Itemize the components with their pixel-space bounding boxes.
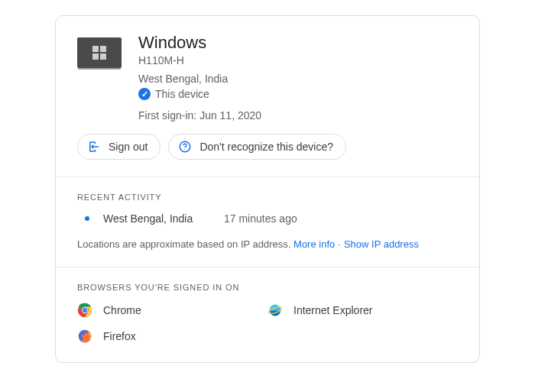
svg-point-8 [83, 308, 88, 313]
sign-out-button[interactable]: Sign out [77, 134, 160, 160]
not-recognize-button[interactable]: Don't recognize this device? [168, 134, 346, 160]
recent-activity-heading: Recent activity [77, 193, 458, 202]
svg-rect-1 [100, 46, 106, 52]
windows-device-icon [77, 37, 122, 68]
sign-out-label: Sign out [109, 141, 148, 153]
this-device-label: This device [155, 88, 209, 100]
firefox-icon [77, 329, 92, 344]
device-title: Windows [138, 33, 458, 53]
device-info: Windows H110M-H West Bengal, India This … [138, 33, 458, 121]
divider [56, 267, 479, 267]
sign-out-icon [87, 140, 101, 154]
not-recognize-label: Don't recognize this device? [199, 141, 333, 153]
show-ip-link[interactable]: Show IP address [344, 238, 419, 250]
first-signin-label: First sign-in: [138, 109, 196, 121]
first-signin: First sign-in: Jun 11, 2020 [138, 109, 458, 121]
browser-item: Chrome [77, 303, 268, 318]
device-model: H110M-H [138, 54, 458, 66]
browser-name: Firefox [103, 330, 136, 342]
divider [56, 177, 479, 177]
ie-icon [268, 303, 283, 318]
more-info-link[interactable]: More info [293, 238, 335, 250]
chrome-icon [77, 303, 92, 318]
browser-item: Internet Explorer [268, 303, 458, 318]
help-icon [178, 140, 192, 154]
svg-point-5 [185, 149, 186, 150]
device-card: Windows H110M-H West Bengal, India This … [55, 15, 480, 363]
verified-checkmark-icon [138, 88, 151, 100]
browsers-grid: Chrome Internet Explorer Firefox [77, 303, 458, 344]
first-signin-date: Jun 11, 2020 [199, 109, 261, 121]
browser-item: Firefox [77, 329, 268, 344]
footnote-text: Locations are approximate based on IP ad… [77, 238, 290, 250]
browsers-heading: Browsers you're signed in on [77, 283, 458, 292]
browser-name: Chrome [103, 304, 141, 316]
activity-footnote: Locations are approximate based on IP ad… [77, 238, 458, 250]
activity-bullet-icon [85, 216, 89, 221]
svg-rect-2 [92, 53, 99, 60]
device-actions: Sign out Don't recognize this device? [77, 134, 458, 160]
svg-rect-0 [92, 46, 99, 52]
this-device-row: This device [138, 88, 458, 100]
activity-time: 17 minutes ago [224, 212, 297, 225]
device-location: West Bengal, India [138, 73, 458, 85]
svg-rect-3 [100, 53, 106, 60]
activity-row: West Bengal, India 17 minutes ago [77, 212, 458, 225]
activity-location: West Bengal, India [103, 212, 210, 225]
device-header: Windows H110M-H West Bengal, India This … [77, 33, 458, 121]
browser-name: Internet Explorer [293, 304, 373, 316]
